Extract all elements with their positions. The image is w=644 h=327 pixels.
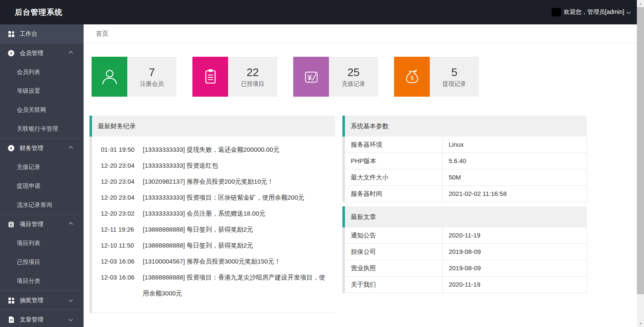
article-doc-icon [8,316,14,323]
stat-value: 22 [247,66,259,79]
finance-record: 12-20 23:04[13333333333] 投资送红包 [101,158,328,174]
table-row: 最大文件大小50M [345,169,586,186]
chevron-up-icon [69,222,73,227]
chevron-down-icon [69,317,73,321]
stat-card-withdraw-records[interactable]: $ 5 提现记录 [394,57,479,97]
finance-record: 12-11 19:26[13888888888] 每日签到，获得奖励2元 [101,222,328,237]
tab-bar: 首页 [84,24,637,43]
welcome-text: 欢迎您，管理员[admin] [564,8,624,16]
chevron-down-icon [69,298,73,302]
avatar [552,8,561,16]
table-row: 服务器环境Linux [345,137,586,153]
sidebar-item-label: 文章管理 [20,316,43,324]
dashboard-content: 7 注册会员 22 已投项目 [84,43,637,313]
sidebar-item-withdraw-requests[interactable]: 提现申请 [0,177,84,195]
stat-value: 25 [347,66,360,79]
sidebar-item-project-categories[interactable]: 项目分类 [0,272,84,290]
clipboard-icon [8,221,14,227]
sidebar-item-flow-records[interactable]: 流水记录查询 [0,195,84,214]
user-icon [92,57,127,97]
panel-title: 系统基本参数 [342,116,587,137]
scroll-down-arrow-icon[interactable]: ▼ [637,320,644,327]
sidebar-item-workbench[interactable]: 工作台 [0,24,84,43]
sidebar-item-finance-mgmt[interactable]: ¥ 财务管理 [0,139,84,158]
table-row: 服务器时间2021-02-02 11:16:58 [345,186,586,202]
sidebar-item-member-list[interactable]: 会员列表 [0,63,84,82]
finance-record: 12-03 16:06[13888888888] 投资项目：香港九龙尖沙咀房产建… [101,269,328,301]
sidebar-item-project-mgmt[interactable]: 项目管理 [0,215,84,234]
admin-dashboard: 后台管理系统 欢迎您，管理员[admin] 工作台 V 会员管理 会员列表 等级… [0,0,644,327]
finance-records-panel: 最新财务纪录 01-31 19:50[13333333333] 提现失败，返还金… [89,116,335,313]
sidebar-item-member-mgmt[interactable]: V 会员管理 [0,44,84,63]
sidebar-item-bank-cards[interactable]: 关联银行卡管理 [0,119,84,138]
stat-card-recharge-records[interactable]: 25 充值记录 [293,57,378,97]
tab-home[interactable]: 首页 [96,30,108,38]
console-grid-icon [8,31,14,37]
stat-label: 已投项目 [241,80,265,88]
sidebar-item-label: 项目管理 [20,221,43,228]
chevron-up-icon [69,146,73,150]
panels-row: 最新财务纪录 01-31 19:50[13333333333] 提现失败，返还金… [89,116,629,313]
sidebar: 工作台 V 会员管理 会员列表 等级设置 会员关联网 关联银行卡管理 ¥ 财务管… [0,24,84,327]
chevron-up-icon [69,51,73,55]
chevron-down-icon [627,10,631,14]
sidebar-group-projects: 项目管理 项目列表 已投项目 项目分类 [0,214,84,290]
stat-label: 充值记录 [342,80,365,88]
finance-record: 12-20 23:02[13333333333] 会员注册，系统赠送18.00元 [101,206,328,222]
stat-value: 7 [149,66,155,79]
stat-card-invested-projects[interactable]: 22 已投项目 [192,57,277,97]
main-area: 首页 7 注册会员 [84,24,637,327]
member-circle-icon: V [8,50,14,56]
app-title: 后台管理系统 [15,0,63,24]
stat-label: 注册会员 [140,80,164,88]
sidebar-group-members: V 会员管理 会员列表 等级设置 会员关联网 关联银行卡管理 [0,43,84,138]
stat-card-registered-members[interactable]: 7 注册会员 [92,57,176,97]
table-row: 关于我们2020-11-19 [345,277,586,293]
sidebar-item-label: 抽奖管理 [20,297,43,304]
stat-cards-row: 7 注册会员 22 已投项目 [92,57,629,97]
finance-record: 01-31 19:50[13333333333] 提现失败，返还金额200000… [101,142,328,158]
money-bag-icon: $ [394,57,430,97]
clipboard-icon [192,57,228,97]
yen-bill-icon [293,57,329,97]
right-column: 系统基本参数 服务器环境Linux PHP版本5.6.40 最大文件大小50M … [342,116,587,313]
finance-record: 12-03 16:06[13100004567] 推荐会员投资3000元奖励15… [101,253,328,269]
table-row: 担保公司2019-08-09 [345,244,586,260]
scrollbar-thumb[interactable] [637,7,644,294]
table-row: 通知公告2020-11-19 [345,227,586,244]
sidebar-item-label: 财务管理 [20,145,43,152]
table-row: 营业执照2019-08-09 [345,260,586,277]
system-params-table: 服务器环境Linux PHP版本5.6.40 最大文件大小50M 服务器时间20… [342,137,587,202]
panel-title: 最新文章 [342,206,587,227]
scroll-up-arrow-icon[interactable]: ▲ [637,0,644,7]
sidebar-item-recharge-records[interactable]: 充值记录 [0,158,84,177]
latest-articles-panel: 最新文章 通知公告2020-11-19 担保公司2019-08-09 营业执照2… [342,206,587,293]
sidebar-item-level-settings[interactable]: 等级设置 [0,82,84,100]
sidebar-item-invested-projects[interactable]: 已投项目 [0,253,84,272]
sidebar-item-label: 会员管理 [20,50,43,57]
user-menu[interactable]: 欢迎您，管理员[admin] [552,0,630,24]
panel-title: 最新财务纪录 [89,116,335,137]
lottery-grid-icon [8,298,14,303]
stat-value: 5 [451,66,457,79]
sidebar-group-articles: 文章管理 [0,310,84,327]
scrollbar[interactable]: ▲ ▼ [637,0,644,327]
sidebar-item-article-mgmt[interactable]: 文章管理 [0,310,84,327]
latest-articles-table: 通知公告2020-11-19 担保公司2019-08-09 营业执照2019-0… [342,227,587,293]
finance-record: 12-20 23:04[13333333333] 投资项目：区块链紫金矿，使用余… [101,190,328,206]
sidebar-item-project-list[interactable]: 项目列表 [0,234,84,253]
system-params-panel: 系统基本参数 服务器环境Linux PHP版本5.6.40 最大文件大小50M … [342,116,587,202]
finance-record: 12-10 11:50[13888888888] 每日签到，获得奖励2元 [101,237,328,253]
sidebar-item-lottery-mgmt[interactable]: 抽奖管理 [0,291,84,310]
finance-record: 12-20 23:04[13020982137] 推荐会员投资200元奖励10元… [101,174,328,190]
finance-records-list: 01-31 19:50[13333333333] 提现失败，返还金额200000… [89,137,335,313]
sidebar-item-member-network[interactable]: 会员关联网 [0,100,84,119]
sidebar-group-lottery: 抽奖管理 [0,290,84,310]
sidebar-group-finance: ¥ 财务管理 充值记录 提现申请 流水记录查询 [0,138,84,214]
top-header: 后台管理系统 欢迎您，管理员[admin] [0,0,637,24]
svg-text:$: $ [410,75,414,81]
stat-label: 提现记录 [443,80,466,88]
table-row: PHP版本5.6.40 [345,153,586,169]
sidebar-item-label: 工作台 [20,30,37,38]
finance-yen-circle-icon: ¥ [8,145,14,151]
